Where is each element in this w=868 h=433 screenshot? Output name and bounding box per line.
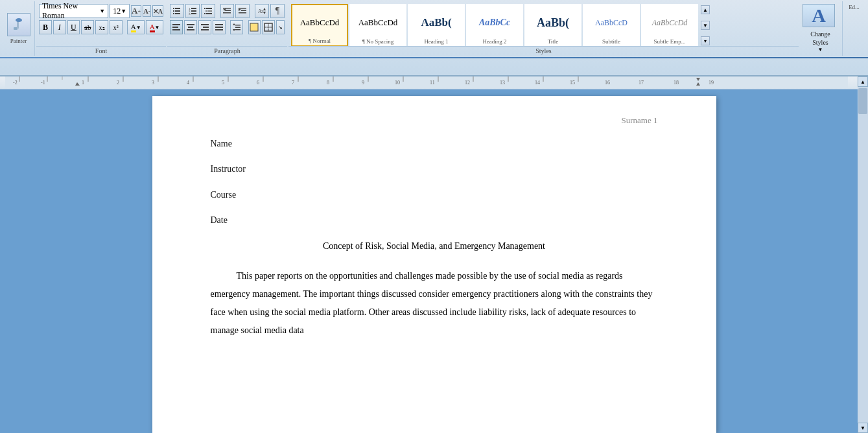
style-subtitle[interactable]: AaBbCcD Subtitle xyxy=(583,4,640,47)
svg-rect-7 xyxy=(173,13,174,14)
sort-icon: AZ xyxy=(257,6,266,16)
svg-rect-10 xyxy=(191,8,196,9)
svg-rect-26 xyxy=(239,8,246,9)
document-title[interactable]: Concept of Risk, Social Media, and Emerg… xyxy=(211,241,658,252)
svg-rect-42 xyxy=(215,24,223,25)
align-right-button[interactable] xyxy=(198,20,211,34)
superscript-button[interactable]: x² xyxy=(110,20,123,34)
font-color-button[interactable]: A ▼ xyxy=(146,20,163,34)
style-subtitle-label: Subtitle xyxy=(602,38,620,45)
decrease-font-size-button[interactable]: A - xyxy=(143,5,151,17)
svg-text:17: 17 xyxy=(639,80,644,86)
para-divider4 xyxy=(244,20,247,34)
svg-text:-2: -2 xyxy=(13,80,18,86)
svg-marker-45 xyxy=(233,23,235,25)
styles-scroll-up[interactable]: ▲ xyxy=(701,5,710,14)
svg-rect-23 xyxy=(226,10,231,12)
paragraph-section: 1. 2. 3. xyxy=(167,1,287,56)
clear-formatting-button[interactable]: ✕A xyxy=(152,5,163,17)
show-marks-button[interactable]: ¶ xyxy=(270,4,285,18)
svg-text:4: 4 xyxy=(187,80,189,86)
paragraph-mark-icon: ¶ xyxy=(276,6,279,16)
superscript-icon: x² xyxy=(113,24,119,31)
style-title-preview: AaBb( xyxy=(537,7,569,38)
font-size-arrow[interactable]: ▼ xyxy=(121,8,126,14)
vertical-scrollbar[interactable]: ▲ ▼ xyxy=(858,76,868,433)
doc-name-line[interactable]: Name xyxy=(211,139,658,148)
ribbon: Painter Times New Roman ▼ 12 ▼ A + A xyxy=(0,0,868,76)
justify-icon xyxy=(215,23,224,32)
bold-button[interactable]: B xyxy=(39,20,52,34)
font-highlight-button[interactable]: A ▼ xyxy=(127,20,145,34)
para-divider3 xyxy=(227,20,229,34)
svg-rect-12 xyxy=(191,10,196,12)
svg-rect-38 xyxy=(187,29,194,30)
expand-para-button[interactable]: ↘ xyxy=(276,20,285,34)
bullets-button[interactable] xyxy=(170,4,184,18)
align-left-button[interactable] xyxy=(170,20,183,34)
document-page[interactable]: Surname 1 Name Instructor Course Date Co… xyxy=(152,96,716,433)
doc-instructor-line[interactable]: Instructor xyxy=(211,164,658,174)
strikethrough-icon: ab xyxy=(84,23,91,31)
font-name-value: Times New Roman xyxy=(42,1,99,21)
strikethrough-button[interactable]: ab xyxy=(81,20,94,34)
sort-button[interactable]: AZ xyxy=(255,4,269,18)
font-dropdown-arrow[interactable]: ▼ xyxy=(99,8,105,14)
svg-rect-47 xyxy=(235,25,240,26)
underline-button[interactable]: U xyxy=(67,20,80,34)
svg-text:6: 6 xyxy=(257,80,259,86)
style-no-spacing-label: No Spacing xyxy=(362,38,394,45)
italic-icon: I xyxy=(58,23,61,32)
style-normal-preview: AaBbCcDd xyxy=(300,8,340,38)
svg-rect-15 xyxy=(204,8,205,9)
styles-expand[interactable]: ▾ xyxy=(701,36,710,45)
font-section-label: Font xyxy=(36,46,166,54)
decrease-indent-button[interactable] xyxy=(220,4,235,18)
doc-course-line[interactable]: Course xyxy=(211,190,658,200)
svg-text:19: 19 xyxy=(709,80,714,86)
shading-button[interactable] xyxy=(248,20,261,34)
svg-text:10: 10 xyxy=(395,80,400,86)
svg-rect-54 xyxy=(5,76,848,88)
svg-rect-4 xyxy=(175,8,180,9)
painter-button[interactable] xyxy=(7,13,30,36)
styles-scroll-down[interactable]: ▼ xyxy=(701,21,710,30)
align-center-button[interactable] xyxy=(184,20,197,34)
borders-button[interactable] xyxy=(262,20,275,34)
multilevel-list-button[interactable] xyxy=(201,4,215,18)
scroll-down-button[interactable]: ▼ xyxy=(858,423,868,433)
style-heading2[interactable]: AaBbCc Heading 2 xyxy=(466,4,523,47)
doc-date-line[interactable]: Date xyxy=(211,215,658,225)
increase-font-size-button[interactable]: A + xyxy=(131,5,141,17)
body-paragraph-1[interactable]: This paper reports on the opportunities … xyxy=(211,267,658,340)
svg-rect-40 xyxy=(203,27,209,28)
svg-text:16: 16 xyxy=(605,80,610,86)
big-a-button[interactable]: A xyxy=(803,4,835,27)
document-area: Surname 1 Name Instructor Course Date Co… xyxy=(0,89,868,433)
font-name-box[interactable]: Times New Roman ▼ xyxy=(39,4,108,18)
scroll-up-button[interactable]: ▲ xyxy=(858,76,868,87)
increase-indent-button[interactable] xyxy=(235,4,250,18)
ruler-svg: -2 -1 1 2 3 4 5 6 7 8 9 10 xyxy=(5,76,848,88)
svg-rect-8 xyxy=(175,13,180,14)
svg-text:11: 11 xyxy=(430,80,435,86)
justify-button[interactable] xyxy=(213,20,226,34)
style-title[interactable]: AaBb( Title xyxy=(524,4,581,47)
font-size-box[interactable]: 12 ▼ xyxy=(110,4,130,18)
style-subtle-emphasis[interactable]: AaBbCcDd Subtle Emp... xyxy=(641,4,698,47)
subscript-button[interactable]: x₂ xyxy=(95,20,108,34)
bold-icon: B xyxy=(43,23,48,32)
style-no-spacing[interactable]: AaBbCcDd No Spacing xyxy=(349,4,406,47)
document-body[interactable]: This paper reports on the opportunities … xyxy=(211,267,658,340)
change-styles-button[interactable]: ChangeStyles ▼ xyxy=(803,29,838,54)
scroll-thumb[interactable] xyxy=(858,88,867,114)
style-title-label: Title xyxy=(548,38,559,45)
bullets-icon xyxy=(172,6,182,16)
svg-rect-24 xyxy=(223,12,231,14)
style-normal[interactable]: AaBbCcDd Normal xyxy=(291,4,348,47)
line-spacing-button[interactable] xyxy=(230,20,243,34)
style-heading1[interactable]: AaBb( Heading 1 xyxy=(408,4,465,47)
italic-button[interactable]: I xyxy=(53,20,66,34)
numbering-button[interactable]: 1. 2. 3. xyxy=(185,4,200,18)
highlight-icon: A xyxy=(131,23,136,32)
